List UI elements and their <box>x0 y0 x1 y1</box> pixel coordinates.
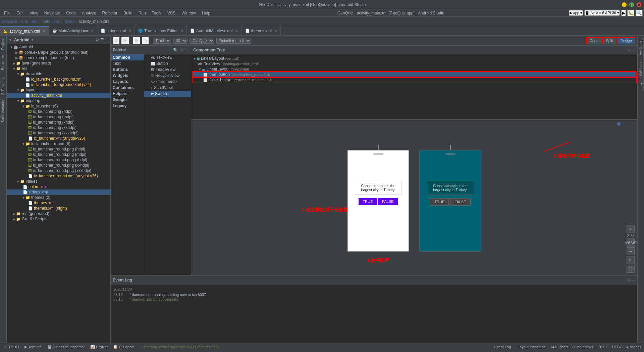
tree-java-gen[interactable]: ▶ 📁 java (generated) <box>7 60 110 66</box>
tab-activity-main[interactable]: 📐 activity_main.xml ✕ <box>0 26 49 35</box>
palette-item-textview[interactable]: Ab TextView <box>144 54 191 60</box>
tab-project[interactable]: Project <box>0 36 6 52</box>
tree-themes-xml[interactable]: 📄 themes.xml <box>7 200 110 206</box>
menu-item-vcs[interactable]: VCS <box>165 10 178 16</box>
tree-themes[interactable]: ▼ 📁 themes (2) <box>7 195 110 200</box>
tree-themes-night[interactable]: 📄 themes.xml (night) <box>7 206 110 211</box>
tree-ic-launcher-hdpi[interactable]: 🖼 ic_launcher.png (hdpi) <box>7 109 110 114</box>
tab-close-strings[interactable]: ✕ <box>128 29 131 33</box>
project-select[interactable]: GeoQuiz <box>190 38 214 44</box>
breadcrumb-res[interactable]: res <box>54 19 60 24</box>
menu-item-run[interactable]: Run <box>136 10 149 16</box>
comp-tree-minus-icon[interactable]: ─ <box>632 48 635 52</box>
tab-mainactivity[interactable]: ☕ MainActivity.java ✕ <box>49 26 97 35</box>
tree-pkg-test[interactable]: ▶ 📦 com.example.geoquiz (android test) <box>7 50 110 55</box>
minimize-btn[interactable]: ─ <box>622 2 627 7</box>
project-collapse-icon[interactable]: ☰ <box>100 38 104 42</box>
tree-pkg-test2[interactable]: ▶ 📦 com.example.geoquiz (test) <box>7 55 110 60</box>
tree-ic-launcher[interactable]: ▼ 📁 ic_launcher (6) <box>7 103 110 109</box>
palette-minus-icon[interactable]: ─ <box>186 48 189 52</box>
tree-ic-launcher-xxxhdpi[interactable]: 🖼 ic_launcher.png (xxxhdpi) <box>7 130 110 136</box>
statusbar-todo[interactable]: ✓ TODO <box>3 345 20 349</box>
breadcrumb-layout[interactable]: layout <box>64 19 74 24</box>
statusbar-layout-inspector[interactable]: Layout Inspector <box>516 345 546 349</box>
palette-cat-layouts[interactable]: Layouts <box>111 79 144 85</box>
tree-ic-round[interactable]: ▼ 📁 ic_launcher_round (6) <box>7 141 110 146</box>
eye-btn[interactable]: 👁 <box>121 37 129 44</box>
menu-item-refactor[interactable]: Refactor <box>100 10 120 16</box>
zoom-fit-btn[interactable]: 1:1 <box>627 256 635 264</box>
phone-true-btn-1[interactable]: TRUE <box>359 198 377 205</box>
tree-colors[interactable]: 📄 colors.xml <box>7 184 110 189</box>
menu-item-help[interactable]: Help <box>199 10 213 16</box>
palette-cat-legacy[interactable]: Legacy <box>111 103 144 109</box>
tab-favorites[interactable]: 2: Favorites <box>0 73 6 97</box>
tree-ic-bg[interactable]: 📄 ic_launcher_background.xml <box>7 77 110 82</box>
code-view-btn[interactable]: Code <box>586 37 602 44</box>
tree-values[interactable]: ▼ 📁 values <box>7 179 110 184</box>
tab-build-variants[interactable]: Build Variants <box>0 97 6 125</box>
palette-item-button[interactable]: ⬜ Button <box>144 60 191 67</box>
menu-item-tools[interactable]: Tools <box>149 10 164 16</box>
tab-themes[interactable]: 📄 themes.xml ✕ <box>242 26 281 35</box>
tab-close-themes[interactable]: ✕ <box>274 29 277 33</box>
comp-true-button[interactable]: ⬜ true_button "@string/true_button" ⚠ <box>193 72 636 77</box>
tree-ic-launcher-xml[interactable]: 📄 ic_launcher.xml (anydpi-v26) <box>7 136 110 141</box>
tab-close-activity-main[interactable]: ✕ <box>43 29 45 33</box>
tree-ic-launcher-mdpi[interactable]: 🖼 ic_launcher.png (mdpi) <box>7 114 110 120</box>
orientation-btn[interactable]: ⟳ <box>133 37 140 44</box>
tree-ic-round-xxxhdpi[interactable]: 🖼 ic_launcher_round.png (xxxhdpi) <box>7 168 110 173</box>
locale-select[interactable]: Default (en-us) <box>216 38 251 44</box>
menu-item-file[interactable]: File <box>1 10 13 16</box>
close-btn[interactable]: ✕ <box>637 2 641 7</box>
comp-false-button[interactable]: ⬜ false_button "@string/false_butt..." ⚠ <box>193 77 636 83</box>
statusbar-event-log[interactable]: Event Log <box>493 345 513 349</box>
statusbar-db-inspector[interactable]: 🗄 Database Inspector <box>46 345 86 349</box>
zoom-fullscreen-btn[interactable]: ⛶ <box>627 265 635 273</box>
tab-manifest[interactable]: 📄 AndroidManifest.xml ✕ <box>187 26 242 35</box>
statusbar-logcat[interactable]: 📋 6: Logcat <box>112 345 136 349</box>
force-refresh-btn[interactable]: ↺ <box>113 37 119 44</box>
breadcrumb-file[interactable]: activity_main.xml <box>78 19 109 24</box>
zoom-in-btn[interactable]: + <box>627 225 635 233</box>
zoom-reset-btn[interactable]: Reset <box>627 238 635 247</box>
statusbar-profiler[interactable]: 📊 Profiler <box>89 345 109 349</box>
tree-drawable[interactable]: ▼ 📁 drawable <box>7 71 110 77</box>
palette-item-scrollview[interactable]: ↕ ScrollView <box>144 85 191 91</box>
tree-res[interactable]: ▼ 📁 res <box>7 66 110 71</box>
menu-item-view[interactable]: View <box>27 10 41 16</box>
menu-item-window[interactable]: Window <box>179 10 199 16</box>
pixel-select[interactable]: Pixel <box>153 38 171 44</box>
tree-ic-launcher-xxhdpi[interactable]: 🖼 ic_launcher.png (xxhdpi) <box>7 125 110 130</box>
statusbar-terminal[interactable]: ▶ Terminal <box>23 345 44 349</box>
palette-cat-widgets[interactable]: Widgets <box>111 73 144 79</box>
palette-cat-buttons[interactable]: Buttons <box>111 67 144 73</box>
palette-search-icon[interactable]: 🔍 <box>173 48 178 52</box>
zoom-out-btn[interactable]: − <box>627 247 635 255</box>
project-minimize-icon[interactable]: ─ <box>105 38 108 42</box>
phone-false-btn-1[interactable]: FALSE <box>378 198 397 205</box>
palette-gear-icon[interactable]: ⚙ <box>180 48 184 52</box>
api-version-btn[interactable]: ◻ <box>142 37 149 44</box>
menu-item-code[interactable]: Code <box>63 10 78 16</box>
phone-true-btn-2[interactable]: TRUE <box>430 198 449 206</box>
comp-linear-vertical[interactable]: ▼ ☰ LinearLayout (vertical) <box>193 56 636 61</box>
tab-translations[interactable]: 🌐 Translations Editor ✕ <box>135 26 187 35</box>
tree-ic-round-xxhdpi[interactable]: 🖼 ic_launcher_round.png (xxhdpi) <box>7 163 110 168</box>
tree-gradle-scripts[interactable]: ▶ 📁 Gradle Scripts <box>7 216 110 222</box>
menu-item-navigate[interactable]: Navigate <box>42 10 63 16</box>
menu-item-build[interactable]: Build <box>121 10 135 16</box>
tab-structure[interactable]: Structure <box>0 52 6 73</box>
tree-android-root[interactable]: ▼ 🤖 Android <box>7 44 110 50</box>
zoom-select[interactable]: 30 <box>173 38 187 44</box>
tree-ic-fg[interactable]: 📄 ic_launcher_foreground.xml (v24) <box>7 82 110 87</box>
comp-tree-gear-icon[interactable]: ⚙ <box>627 48 631 52</box>
tree-activity-main[interactable]: 📄 activity_main.xml <box>7 93 110 98</box>
debug-btn[interactable]: 🐛 <box>627 10 634 16</box>
tree-ic-round-hdpi[interactable]: 🖼 ic_launcher_round.png (hdpi) <box>7 146 110 152</box>
palette-item-recyclerview[interactable]: ☰ RecyclerView <box>144 73 191 79</box>
comp-textview[interactable]: Ab TextView "@string/question_text" <box>193 61 636 67</box>
avd-selector[interactable]: 📱 Nexus 6 API 30 ▾ <box>584 10 620 16</box>
menu-item-analyze[interactable]: Analyze <box>79 10 99 16</box>
menu-item-edit[interactable]: Edit <box>14 10 26 16</box>
